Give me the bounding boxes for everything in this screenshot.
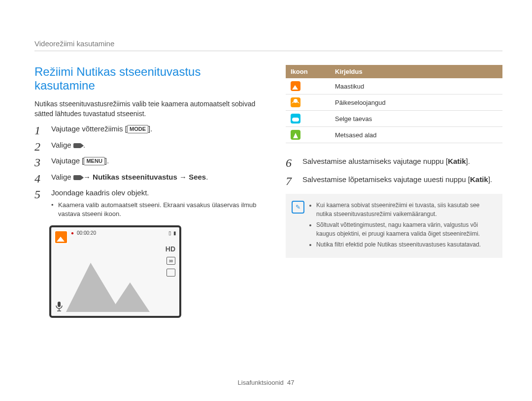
intro-text: Nutikas stseenituvastusrežiimis valib te…: [34, 99, 261, 119]
step-bold: Katik: [470, 175, 488, 184]
table-row: Metsased alad: [286, 127, 502, 143]
microphone-icon: [55, 301, 63, 312]
table-cell-desc: Maastikud: [330, 78, 502, 94]
battery-icon: ▮: [173, 230, 176, 244]
clear-sky-icon: [291, 114, 300, 123]
section-title: Režiimi Nutikas stseenituvastus kasutami…: [34, 65, 261, 93]
step-sub-bullet: Kaamera valib automaatselt stseeni. Ekra…: [51, 201, 261, 218]
footer-section: Lisafunktsioonid: [238, 379, 284, 386]
step-text: Joondage kaadris olev objekt.: [51, 188, 149, 197]
video-icon: [73, 175, 81, 180]
rec-time: 00:00:20: [77, 230, 96, 236]
step-bold: → Nutikas stseenituvastus → Sees: [81, 173, 206, 181]
steps-list-right: 6 Salvestamise alustamiseks vajutage nup…: [286, 156, 502, 185]
note-item: Kui kaamera sobivat stseenirežiimi ei tu…: [316, 201, 496, 218]
step-text: Vajutage võtterežiimis [: [51, 124, 127, 133]
step-number: 6: [286, 154, 292, 172]
footer-page-number: 47: [287, 379, 294, 386]
step-text-suffix: ].: [148, 124, 152, 133]
step-4: Valige → Nutikas stseenituvastus → Sees.: [34, 172, 261, 183]
note-item: Nutika filtri efektid pole Nutikas stsee…: [316, 240, 496, 249]
note-item: Sõltuvalt võttetingimustest, nagu kaamer…: [316, 220, 496, 238]
table-row: Maastikud: [286, 78, 502, 94]
step-7: 7 Salvestamise lõpetamiseks vajutage uue…: [286, 174, 502, 185]
table-row: Päikeseloojangud: [286, 94, 502, 111]
framing-icon: [166, 269, 175, 277]
step-text-suffix: ].: [488, 175, 492, 184]
quality-icon: 30: [166, 257, 175, 265]
step-text-suffix: .: [206, 173, 208, 181]
step-6: 6 Salvestamise alustamiseks vajutage nup…: [286, 156, 502, 167]
step-5: Joondage kaadris olev objekt. Kaamera va…: [34, 187, 261, 218]
step-bold: Katik: [448, 157, 466, 165]
step-text: Valige: [51, 173, 73, 181]
step-2: Valige .: [34, 140, 261, 151]
note-info-icon: ✎: [292, 201, 304, 214]
icon-description-table: Ikoon Kirjeldus Maastikud Päikeseloojang…: [286, 65, 502, 143]
svg-rect-0: [58, 302, 61, 307]
note-box: ✎ Kui kaamera sobivat stseenirežiimi ei …: [286, 194, 502, 258]
mountains-illustration: [66, 253, 165, 312]
breadcrumb: Videorežiimi kasutamine: [34, 39, 502, 51]
table-row: Selge taevas: [286, 111, 502, 127]
step-text: Salvestamise alustamiseks vajutage nuppu…: [302, 157, 448, 165]
table-cell-desc: Metsased alad: [330, 127, 502, 143]
steps-list-left: Vajutage võtterežiimis [MODE]. Valige . …: [34, 123, 261, 218]
table-header-icon: Ikoon: [286, 65, 330, 78]
table-header-desc: Kirjeldus: [330, 65, 502, 78]
table-cell-desc: Päikeseloojangud: [330, 94, 502, 111]
step-number: 7: [286, 172, 292, 190]
rec-dot-icon: ●: [71, 230, 74, 236]
page-footer: Lisafunktsioonid 47: [0, 379, 532, 386]
landscape-icon: [291, 81, 300, 91]
step-text-suffix: ].: [466, 157, 470, 165]
menu-badge: MENU: [84, 157, 104, 165]
camera-preview: ● 00:00:20 ▯ ▮ HD 30: [49, 225, 181, 318]
mode-badge: MODE: [127, 125, 148, 133]
step-text-suffix: ].: [105, 156, 109, 165]
step-text: Salvestamise lõpetamiseks vajutage uuest…: [302, 175, 470, 184]
sunset-icon: [291, 97, 300, 107]
step-3: Vajutage [MENU].: [34, 155, 261, 167]
scene-icon: [54, 230, 68, 244]
step-1: Vajutage võtterežiimis [MODE].: [34, 123, 261, 135]
step-text: Valige: [51, 141, 73, 149]
battery-icon: ▯: [168, 230, 171, 244]
table-cell-desc: Selge taevas: [330, 111, 502, 127]
step-text: Vajutage [: [51, 156, 84, 165]
hd-badge: HD: [166, 245, 175, 253]
forest-icon: [291, 130, 300, 140]
video-icon: [73, 143, 81, 148]
